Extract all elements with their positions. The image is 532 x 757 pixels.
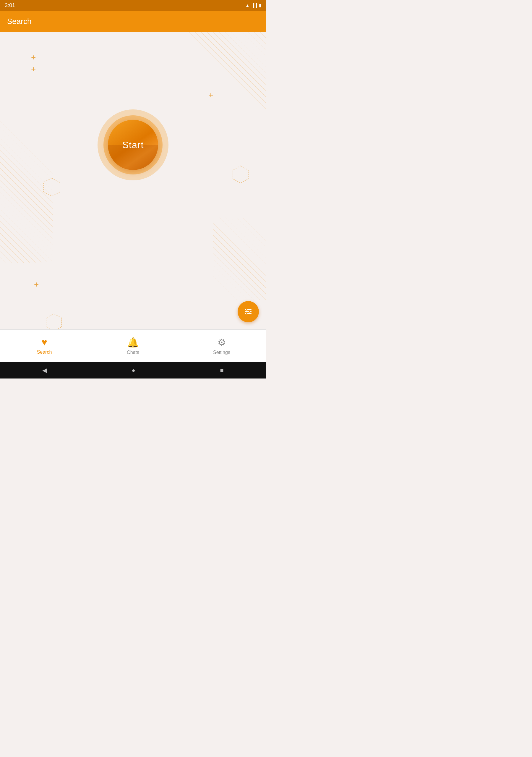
nav-item-chats[interactable]: 🔔 Chats	[89, 337, 177, 355]
search-heart-icon: ♥	[42, 337, 47, 348]
svg-line-27	[0, 203, 53, 257]
svg-line-29	[0, 215, 47, 262]
status-bar: 3:01 ▲ ▐▐ ▮	[0, 0, 266, 11]
hexagon-left	[42, 177, 62, 197]
plus-sign-2: +	[31, 65, 36, 73]
plus-sign-3: +	[208, 91, 213, 99]
plus-sign-1: +	[31, 53, 36, 62]
svg-line-5	[219, 32, 266, 79]
svg-line-43	[213, 258, 254, 300]
nav-label-settings: Settings	[213, 350, 230, 355]
start-inner-ring: Start	[103, 115, 163, 174]
svg-line-39	[213, 235, 266, 288]
svg-marker-52	[44, 178, 60, 197]
svg-line-49	[230, 217, 266, 253]
nav-item-search[interactable]: ♥ Search	[0, 337, 89, 355]
android-recents-button[interactable]: ■	[220, 367, 223, 374]
app-bar-title: Search	[7, 17, 31, 26]
svg-line-12	[260, 32, 266, 38]
svg-line-34	[0, 245, 18, 262]
svg-line-33	[0, 239, 24, 262]
status-icons: ▲ ▐▐ ▮	[245, 3, 261, 8]
svg-line-30	[0, 221, 42, 262]
android-nav-bar: ◀ ● ■	[0, 362, 266, 378]
nav-label-chats: Chats	[127, 350, 139, 355]
battery-icon: ▮	[259, 3, 261, 8]
settings-gear-icon: ⚙	[218, 337, 226, 348]
deco-lines-top-right	[171, 32, 266, 115]
start-outer-ring: Start	[98, 109, 168, 180]
svg-line-31	[0, 227, 36, 262]
svg-line-0	[189, 32, 266, 109]
chats-bell-icon: 🔔	[127, 337, 139, 348]
svg-line-44	[213, 264, 248, 300]
hexagon-bottom	[44, 313, 64, 329]
svg-marker-54	[46, 314, 62, 329]
svg-line-8	[236, 32, 266, 62]
svg-line-51	[242, 217, 266, 241]
svg-line-4	[213, 32, 266, 85]
hexagon-right	[231, 165, 250, 184]
start-button[interactable]: Start	[108, 120, 158, 170]
svg-line-37	[213, 223, 266, 276]
svg-line-6	[224, 32, 266, 73]
app-bar: Search	[0, 11, 266, 32]
nav-label-search: Search	[37, 349, 52, 355]
svg-marker-53	[233, 166, 248, 183]
svg-line-26	[0, 197, 53, 251]
svg-line-46	[213, 276, 236, 300]
svg-line-36	[0, 257, 6, 262]
svg-line-47	[219, 217, 266, 264]
svg-line-25	[0, 192, 53, 245]
plus-sign-4: +	[34, 280, 39, 288]
svg-line-45	[213, 270, 242, 300]
svg-line-1	[195, 32, 266, 103]
deco-lines-bottom-right	[213, 217, 266, 300]
svg-line-40	[213, 241, 266, 294]
svg-line-32	[0, 233, 30, 262]
svg-line-35	[0, 251, 12, 262]
svg-line-2	[201, 32, 266, 97]
bottom-nav: ♥ Search 🔔 Chats ⚙ Settings	[0, 329, 266, 362]
wifi-icon: ▲	[245, 3, 250, 8]
android-home-button[interactable]: ●	[132, 367, 135, 374]
svg-point-61	[246, 309, 248, 310]
filter-icon	[244, 307, 253, 316]
signal-icon: ▐▐	[251, 3, 257, 8]
svg-line-11	[254, 32, 266, 44]
svg-line-7	[230, 32, 266, 67]
svg-line-50	[236, 217, 266, 247]
svg-line-38	[213, 229, 266, 282]
svg-line-48	[224, 217, 266, 258]
svg-line-28	[0, 209, 53, 262]
svg-line-14	[0, 127, 53, 180]
svg-point-62	[249, 311, 250, 312]
filter-fab[interactable]	[238, 301, 259, 322]
android-back-button[interactable]: ◀	[42, 367, 47, 374]
nav-item-settings[interactable]: ⚙ Settings	[177, 337, 266, 355]
status-time: 3:01	[5, 2, 15, 9]
svg-point-63	[246, 313, 248, 314]
svg-line-10	[248, 32, 266, 50]
svg-line-13	[0, 121, 53, 174]
svg-line-9	[242, 32, 266, 56]
start-button-container: Start	[98, 109, 168, 180]
svg-line-41	[213, 247, 266, 300]
main-content: + + + + Start	[0, 32, 266, 329]
svg-line-42	[213, 253, 260, 300]
start-label: Start	[122, 139, 144, 151]
